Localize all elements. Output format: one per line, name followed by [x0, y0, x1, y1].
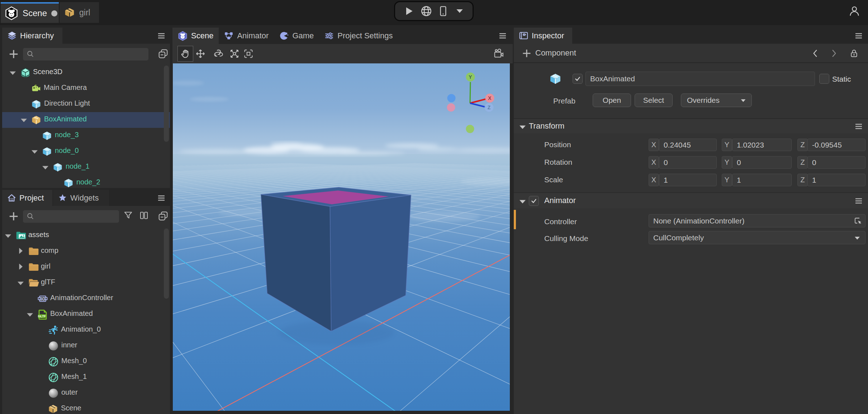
svg-text:X: X [488, 95, 492, 101]
svg-text:GLTF: GLTF [38, 314, 46, 318]
svg-text:Y: Y [469, 74, 472, 80]
svg-text:Z: Z [488, 105, 491, 110]
svg-text:3D: 3D [40, 297, 46, 302]
